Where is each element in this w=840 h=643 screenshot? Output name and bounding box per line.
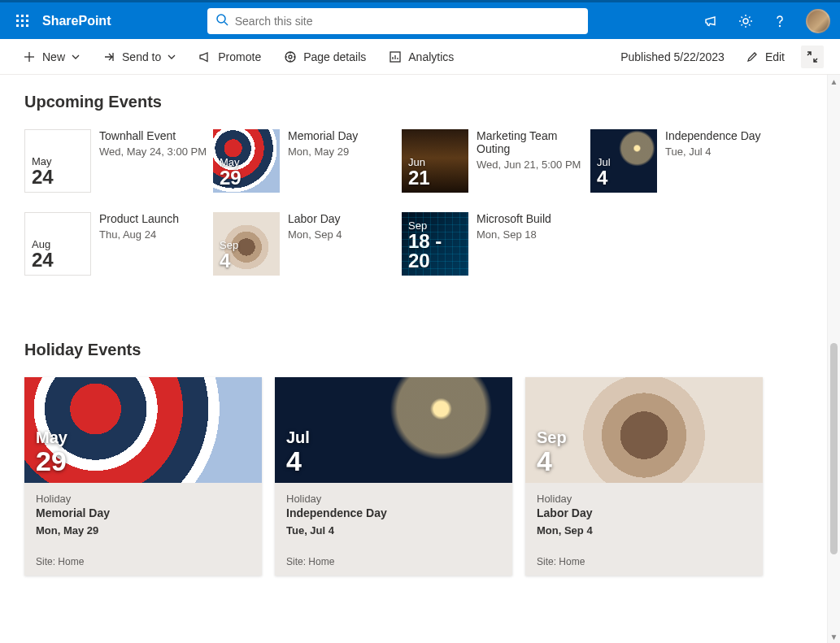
- event-title: Memorial Day: [288, 129, 400, 142]
- user-avatar[interactable]: [806, 9, 830, 33]
- svg-rect-8: [26, 24, 28, 27]
- page-content: Upcoming Events May24Townhall EventWed, …: [0, 75, 840, 643]
- event-date-tile: Sep18 - 20: [402, 212, 468, 276]
- analytics-button[interactable]: Analytics: [382, 46, 460, 68]
- svg-rect-2: [26, 15, 28, 17]
- event-date: Wed, May 24, 3:00 PM: [99, 146, 211, 158]
- card-month: Sep: [537, 428, 751, 447]
- events-grid: May24Townhall EventWed, May 24, 3:00 PMM…: [24, 129, 816, 276]
- chevron-down-icon: [72, 53, 80, 61]
- card-date: Mon, May 29: [36, 524, 250, 537]
- holiday-card[interactable]: Sep4HolidayLabor DayMon, Sep 4Site: Home: [525, 377, 763, 576]
- card-category: Holiday: [286, 493, 501, 505]
- card-month: Jul: [286, 428, 501, 447]
- card-date: Tue, Jul 4: [286, 524, 501, 537]
- brand-label[interactable]: SharePoint: [42, 14, 111, 28]
- card-category: Holiday: [36, 493, 250, 505]
- event-day: 4: [220, 251, 273, 271]
- event-date-tile: May29: [213, 129, 280, 193]
- event-date: Thu, Aug 24: [99, 228, 211, 241]
- promote-button[interactable]: Promote: [192, 46, 268, 68]
- event-info: Independence DayTue, Jul 4: [665, 129, 777, 193]
- event-item[interactable]: May29Memorial DayMon, May 29: [213, 129, 400, 193]
- search-input[interactable]: [235, 15, 580, 28]
- scroll-up-icon[interactable]: ▲: [828, 75, 840, 88]
- event-date-tile: Sep4: [213, 212, 280, 276]
- event-info: Product LaunchThu, Aug 24: [99, 212, 211, 276]
- app-launcher-button[interactable]: [10, 8, 36, 34]
- event-item[interactable]: May24Townhall EventWed, May 24, 3:00 PM: [24, 129, 211, 193]
- holiday-events-heading: Holiday Events: [24, 341, 816, 359]
- event-date: Tue, Jul 4: [665, 146, 777, 158]
- collapse-button[interactable]: [801, 46, 824, 68]
- card-hero: Jul4: [275, 377, 512, 483]
- edit-button[interactable]: Edit: [739, 46, 791, 68]
- settings-icon[interactable]: [738, 13, 754, 29]
- card-body: HolidayLabor DayMon, Sep 4Site: Home: [525, 483, 763, 576]
- svg-rect-4: [21, 20, 24, 22]
- event-month: Sep: [408, 219, 462, 232]
- card-site: Site: Home: [36, 556, 250, 567]
- command-bar: New Send to Promote Page details Analyti…: [0, 39, 840, 75]
- svg-point-12: [780, 25, 781, 26]
- holiday-card[interactable]: May29HolidayMemorial DayMon, May 29Site:…: [24, 377, 262, 576]
- event-item[interactable]: Sep18 - 20Microsoft BuildMon, Sep 18: [402, 212, 589, 276]
- card-body: HolidayIndependence DayTue, Jul 4Site: H…: [275, 483, 512, 576]
- card-title: Labor Day: [537, 506, 751, 519]
- card-day: 4: [537, 447, 751, 475]
- card-body: HolidayMemorial DayMon, May 29Site: Home: [24, 483, 262, 576]
- event-day: 18 - 20: [408, 232, 462, 271]
- event-title: Townhall Event: [99, 129, 211, 142]
- card-site: Site: Home: [537, 556, 751, 567]
- upcoming-events-heading: Upcoming Events: [24, 93, 816, 111]
- event-item[interactable]: Sep4Labor DayMon, Sep 4: [213, 212, 400, 276]
- new-button[interactable]: New: [16, 46, 86, 68]
- svg-rect-6: [16, 24, 19, 27]
- search-box[interactable]: [207, 8, 588, 34]
- card-hero: Sep4: [525, 377, 763, 483]
- svg-point-11: [743, 19, 748, 24]
- svg-point-9: [217, 15, 225, 23]
- scrollbar[interactable]: ▲ ▼: [827, 75, 840, 643]
- event-date-tile: Jul4: [590, 129, 657, 193]
- event-title: Labor Day: [288, 212, 400, 225]
- help-icon[interactable]: [772, 13, 788, 29]
- event-day: 24: [32, 167, 84, 187]
- holiday-cards: May29HolidayMemorial DayMon, May 29Site:…: [24, 377, 816, 576]
- card-month: May: [36, 428, 250, 447]
- card-category: Holiday: [537, 493, 751, 505]
- event-date: Wed, Jun 21, 5:00 PM: [477, 159, 589, 171]
- event-day: 24: [32, 250, 84, 270]
- svg-rect-0: [16, 15, 19, 17]
- event-item[interactable]: Jul4Independence DayTue, Jul 4: [590, 129, 777, 193]
- card-hero: May29: [24, 377, 262, 483]
- page-details-button[interactable]: Page details: [277, 46, 372, 68]
- svg-point-16: [289, 55, 292, 59]
- card-date: Mon, Sep 4: [537, 524, 751, 537]
- scrollbar-thumb[interactable]: [830, 343, 838, 554]
- card-title: Memorial Day: [36, 506, 250, 519]
- event-day: 21: [408, 168, 462, 188]
- search-icon: [215, 13, 228, 29]
- megaphone-icon[interactable]: [703, 13, 720, 29]
- event-title: Independence Day: [665, 129, 777, 142]
- svg-rect-5: [26, 20, 28, 22]
- event-day: 4: [597, 168, 651, 188]
- event-date: Mon, Sep 4: [288, 228, 400, 241]
- card-day: 29: [36, 447, 250, 475]
- event-title: Marketing Team Outing: [477, 129, 589, 155]
- event-info: Labor DayMon, Sep 4: [288, 212, 400, 276]
- scroll-down-icon[interactable]: ▼: [828, 630, 840, 643]
- event-item[interactable]: Aug24Product LaunchThu, Aug 24: [24, 212, 211, 276]
- send-to-button[interactable]: Send to: [96, 46, 182, 68]
- event-info: Microsoft BuildMon, Sep 18: [477, 212, 589, 276]
- event-info: Memorial DayMon, May 29: [288, 129, 400, 193]
- event-item[interactable]: Jun21Marketing Team OutingWed, Jun 21, 5…: [402, 129, 589, 193]
- card-site: Site: Home: [286, 556, 501, 567]
- event-date-tile: Aug24: [24, 212, 91, 276]
- event-info: Marketing Team OutingWed, Jun 21, 5:00 P…: [477, 129, 589, 193]
- event-info: Townhall EventWed, May 24, 3:00 PM: [99, 129, 211, 193]
- published-label: Published 5/22/2023: [620, 50, 725, 63]
- holiday-card[interactable]: Jul4HolidayIndependence DayTue, Jul 4Sit…: [275, 377, 512, 576]
- svg-rect-1: [21, 15, 24, 17]
